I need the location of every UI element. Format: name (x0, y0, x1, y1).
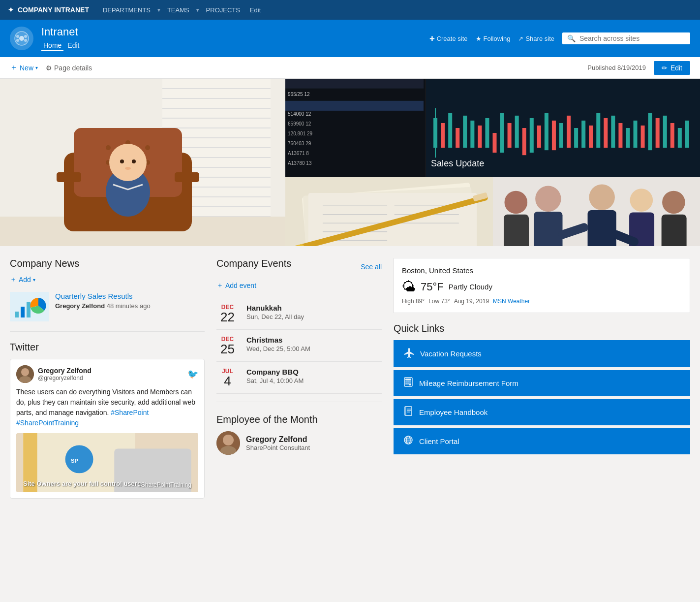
news-time-ago: 48 minutes ago (107, 302, 151, 310)
tweet-hashtag2[interactable]: #SharePointTraining (16, 419, 79, 427)
teams-chevron-icon: ▼ (195, 7, 200, 13)
svg-point-110 (504, 191, 527, 214)
hero-section: 965/25 12 914000 21 514000 12 659900 12 … (0, 79, 700, 246)
event-name[interactable]: Christmas (246, 336, 310, 344)
svg-rect-45 (433, 118, 437, 148)
svg-point-4 (16, 39, 19, 42)
page-details-btn[interactable]: ⚙ Page details (46, 64, 92, 72)
event-name[interactable]: Hanukkah (246, 304, 304, 312)
svg-rect-68 (589, 126, 593, 148)
svg-rect-33 (57, 172, 81, 182)
svg-text:659900 12: 659900 12 (288, 121, 311, 127)
event-time: Sun, Dec 22, All day (246, 313, 304, 320)
right-column: Boston, United States 🌤 75°F Partly Clou… (394, 258, 690, 499)
search-box[interactable]: 🔍 (562, 32, 690, 44)
weather-low: Low 73° (428, 298, 450, 305)
svg-rect-124 (27, 302, 30, 317)
gear-icon: ⚙ (46, 64, 52, 72)
nav-home[interactable]: Home (41, 40, 63, 51)
news-title[interactable]: Quarterly Sales Resutls (55, 292, 151, 300)
star-icon: ★ (476, 35, 482, 42)
news-thumbnail (10, 292, 49, 321)
svg-point-27 (106, 145, 111, 150)
employee-handbook-btn[interactable]: Employee Handbook (394, 399, 690, 425)
svg-text:Sales Update: Sales Update (431, 159, 484, 169)
svg-rect-54 (485, 118, 489, 148)
tweet-image: SP Site Owners are your full control use… (16, 433, 198, 492)
event-day: 22 (216, 311, 239, 323)
main-content: Company News ＋ Add ▾ (0, 246, 700, 510)
globe-icon (403, 435, 413, 447)
plus-icon: ＋ (10, 63, 18, 73)
svg-rect-73 (626, 128, 630, 148)
company-name: COMPANY INTRANET (18, 6, 89, 14)
client-portal-label: Client Portal (419, 437, 459, 445)
svg-text:120,801 29: 120,801 29 (288, 131, 313, 136)
client-portal-btn[interactable]: Client Portal (394, 428, 690, 454)
site-title: Intranet (41, 26, 81, 38)
nav-edit[interactable]: Edit (65, 40, 81, 51)
hero-book-image (285, 177, 493, 246)
svg-text:965/25 12: 965/25 12 (288, 92, 310, 97)
weather-msn-link[interactable]: MSN Weather (493, 298, 530, 305)
create-site-btn[interactable]: ✚ Create site (429, 35, 468, 42)
quick-links-title: Quick Links (394, 323, 690, 334)
svg-rect-64 (559, 123, 563, 148)
svg-point-38 (132, 159, 136, 163)
svg-rect-50 (456, 128, 459, 148)
departments-nav[interactable]: DEPARTMENTS (99, 4, 154, 16)
svg-point-39 (125, 167, 131, 170)
svg-point-116 (662, 191, 685, 214)
svg-rect-113 (587, 210, 616, 246)
projects-nav[interactable]: PROJECTS (202, 4, 244, 16)
add-event-button[interactable]: ＋ Add event (216, 281, 382, 290)
svg-rect-77 (656, 118, 660, 148)
news-add-button[interactable]: ＋ Add ▾ (10, 275, 205, 284)
tweet-image-hashtag: #SharePointTraining (138, 481, 191, 488)
company-logo[interactable]: ✦ COMPANY INTRANET (8, 6, 89, 14)
tweet-hashtag1[interactable]: #SharePoint (111, 409, 149, 416)
following-btn[interactable]: ★ Following (476, 35, 511, 42)
eotm-name: Gregory Zelfond (246, 435, 310, 444)
edit-button[interactable]: ✏ Edit (654, 61, 690, 75)
svg-point-1 (19, 36, 24, 41)
weather-main: 🌤 75°F Partly Cloudy (402, 279, 682, 295)
share-icon: ↗ (518, 35, 523, 42)
add-event-label: Add event (225, 282, 256, 289)
svg-rect-59 (522, 128, 526, 155)
search-input[interactable] (579, 34, 685, 42)
new-button[interactable]: ＋ New ▾ (10, 63, 38, 73)
share-site-btn[interactable]: ↗ Share site (518, 35, 554, 42)
svg-rect-67 (581, 121, 585, 148)
svg-rect-145 (407, 383, 409, 384)
weather-section: Boston, United States 🌤 75°F Partly Clou… (394, 258, 690, 313)
see-all-link[interactable]: See all (361, 263, 382, 271)
edit-nav[interactable]: Edit (246, 4, 265, 16)
weather-details: High 89° Low 73° Aug 19, 2019 MSN Weathe… (402, 298, 682, 305)
svg-rect-146 (409, 383, 411, 385)
svg-rect-58 (515, 116, 519, 148)
hero-stocks-panel: 965/25 12 914000 21 514000 12 659900 12 … (285, 79, 700, 177)
event-time: Sat, Jul 4, 10:00 AM (246, 377, 304, 384)
teams-nav[interactable]: TEAMS (163, 4, 193, 16)
svg-rect-76 (648, 113, 652, 150)
hero-right-panel: 965/25 12 914000 21 514000 12 659900 12 … (285, 79, 700, 246)
vacation-requests-btn[interactable]: Vacation Requests (394, 340, 690, 367)
quick-links-section: Quick Links Vacation Requests (394, 323, 690, 454)
mileage-form-btn[interactable]: Mileage Reimbursement Form (394, 370, 690, 396)
svg-rect-74 (634, 121, 638, 148)
company-news-title: Company News (10, 258, 205, 269)
event-name[interactable]: Company BBQ (246, 368, 304, 376)
section-divider (10, 331, 205, 332)
event-date: DEC 22 (216, 304, 239, 323)
hero-left-panel (0, 79, 285, 246)
svg-rect-34 (175, 172, 199, 182)
calculator-icon (403, 377, 413, 389)
news-item: Quarterly Sales Resutls Gregory Zelfond … (10, 292, 205, 321)
svg-point-3 (24, 35, 27, 38)
chevron-down-icon: ▾ (33, 277, 35, 283)
svg-rect-66 (574, 128, 578, 148)
svg-rect-80 (678, 128, 682, 148)
book-icon (403, 406, 413, 418)
events-title: Company Events (216, 258, 291, 269)
